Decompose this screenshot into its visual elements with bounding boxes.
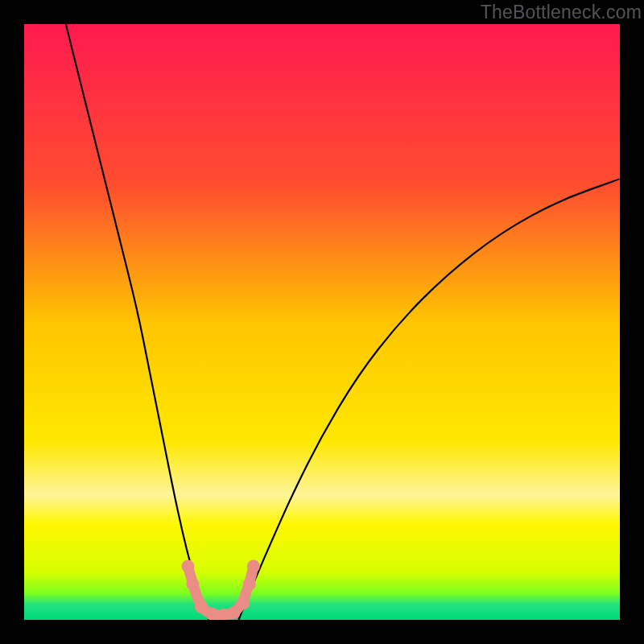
marker-dot (186, 578, 199, 591)
gradient-background (24, 24, 620, 620)
marker-dot (237, 597, 250, 609)
marker-dot (182, 559, 195, 572)
marker-dot (195, 601, 208, 613)
marker-dot (247, 559, 260, 572)
marker-dot (227, 606, 240, 619)
chart-svg (24, 24, 620, 620)
chart-frame (24, 24, 620, 620)
watermark-text: TheBottleneck.com (481, 2, 642, 23)
marker-dot (205, 608, 218, 620)
marker-dot (243, 578, 256, 591)
